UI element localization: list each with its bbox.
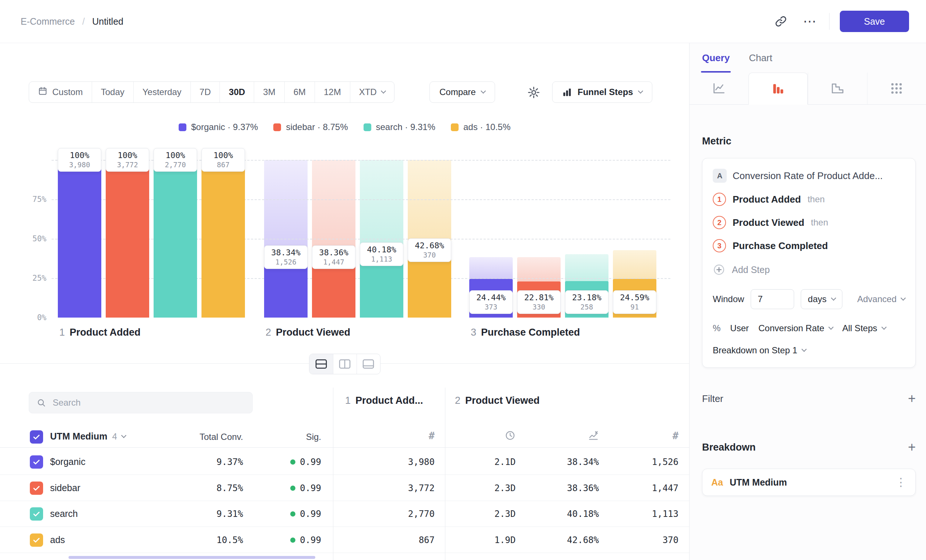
breakdown-step-label: Breakdown on Step 1 bbox=[713, 345, 797, 356]
significance-value: 0.99 bbox=[300, 457, 321, 467]
dots-grid-icon bbox=[890, 82, 903, 95]
bar-value-label: 38.36%1,447 bbox=[312, 245, 356, 269]
query-sidebar: Query Chart Metric A Conversion Rate o bbox=[689, 43, 926, 560]
table-row[interactable]: sidebar8.75%0.993,7722.3D38.36%1,447 bbox=[0, 475, 689, 501]
chevron-down-icon bbox=[801, 347, 806, 352]
window-value-input[interactable] bbox=[750, 289, 794, 309]
percent-icon: % bbox=[713, 323, 720, 333]
add-step-button[interactable]: Add Step bbox=[713, 263, 905, 276]
bar-pct-label: 100% bbox=[154, 150, 197, 160]
metric-title[interactable]: Conversion Rate of Product Adde... bbox=[732, 170, 883, 182]
window-label: Window bbox=[713, 294, 744, 304]
table-row[interactable]: search9.31%0.992,7702.3D40.18%1,113 bbox=[0, 501, 689, 527]
breakdown-heading: Breakdown bbox=[702, 442, 756, 453]
cell-significance: 0.99 bbox=[243, 535, 321, 545]
funnel-step-label: 1Product Added bbox=[59, 327, 141, 338]
chart-type-tab-line[interactable] bbox=[690, 73, 749, 104]
bar-pct-label: 38.36% bbox=[312, 248, 355, 258]
more-menu-button[interactable]: ⋯ bbox=[800, 12, 819, 30]
funnel-bar[interactable] bbox=[106, 160, 149, 318]
row-checkbox[interactable] bbox=[30, 456, 43, 469]
funnel-bar[interactable] bbox=[154, 160, 197, 318]
retention-steps-icon bbox=[831, 82, 844, 95]
chevron-down-icon bbox=[831, 295, 836, 301]
tab-chart[interactable]: Chart bbox=[749, 43, 772, 73]
share-link-button[interactable] bbox=[772, 12, 790, 30]
chart-type-tab-funnel[interactable] bbox=[749, 73, 808, 104]
chevron-down-icon bbox=[881, 325, 886, 330]
bar-pct-label: 24.44% bbox=[470, 292, 512, 303]
breakdown-section: Breakdown + bbox=[702, 440, 916, 454]
property-type-badge: Aa bbox=[711, 477, 723, 488]
row-checkbox[interactable] bbox=[30, 533, 43, 547]
breadcrumb-page-title[interactable]: Untitled bbox=[92, 16, 123, 27]
significance-value: 0.99 bbox=[300, 509, 321, 519]
tab-query[interactable]: Query bbox=[702, 43, 730, 73]
advanced-toggle[interactable]: Advanced bbox=[857, 294, 905, 304]
save-button[interactable]: Save bbox=[840, 11, 909, 32]
metric-step-row[interactable]: 2Product Viewedthen bbox=[713, 216, 905, 229]
filter-section: Filter + bbox=[702, 392, 916, 405]
layout-panel-bottom-button[interactable] bbox=[357, 354, 380, 374]
metric-step-row[interactable]: 3Purchase Completed bbox=[713, 239, 905, 252]
metric-step-row[interactable]: 1Product Addedthen bbox=[713, 193, 905, 206]
topbar-divider bbox=[829, 13, 829, 30]
funnel-remainder-bar bbox=[312, 160, 356, 257]
y-axis-label: 75% bbox=[13, 194, 46, 205]
breakdown-card[interactable]: Aa UTM Medium ⋮ bbox=[702, 469, 916, 496]
measure-type-select[interactable]: Conversion Rate bbox=[758, 323, 833, 333]
significance-dot bbox=[290, 486, 295, 491]
bar-pct-label: 100% bbox=[106, 150, 149, 160]
cell-significance: 0.99 bbox=[243, 457, 321, 467]
funnel-remainder-bar bbox=[613, 250, 657, 278]
topbar: E-Commerce / Untitled ⋯ Save bbox=[0, 0, 926, 43]
funnel-step-label: 3Purchase Completed bbox=[471, 327, 580, 338]
step-number-badge: 2 bbox=[713, 216, 726, 229]
step-name: Product Viewed bbox=[276, 327, 350, 338]
bar-pct-label: 100% bbox=[58, 150, 101, 160]
step-number: 2 bbox=[266, 327, 271, 338]
cell-step2-conversion: 40.18% bbox=[527, 509, 599, 519]
funnel-bars-icon bbox=[771, 82, 785, 96]
chart-type-tab-segmentation[interactable] bbox=[867, 73, 926, 104]
bar-pct-label: 40.18% bbox=[360, 245, 403, 255]
funnel-bar[interactable] bbox=[58, 160, 101, 318]
panel-bottom-icon bbox=[362, 359, 375, 369]
significance-value: 0.99 bbox=[300, 535, 321, 545]
funnel-remainder-bar bbox=[565, 254, 608, 281]
layout-split-horizontal-button[interactable] bbox=[309, 354, 333, 374]
breadcrumb-project[interactable]: E-Commerce bbox=[21, 16, 75, 27]
row-checkbox[interactable] bbox=[30, 481, 43, 495]
layout-split-vertical-button[interactable] bbox=[333, 354, 357, 374]
step-connector-label: then bbox=[811, 217, 828, 228]
y-axis-label: 25% bbox=[13, 272, 46, 284]
measure-user-label[interactable]: User bbox=[730, 323, 749, 333]
kebab-menu-icon[interactable]: ⋮ bbox=[896, 477, 906, 488]
bar-value-label: 22.81%330 bbox=[517, 290, 561, 314]
chart-type-tab-retention[interactable] bbox=[808, 73, 867, 104]
window-unit-select[interactable]: days bbox=[801, 289, 843, 309]
metric-heading: Metric bbox=[702, 136, 916, 147]
add-breakdown-button[interactable]: + bbox=[908, 440, 916, 454]
measure-type-label: Conversion Rate bbox=[758, 323, 824, 333]
step-event-label: Product Viewed bbox=[732, 217, 805, 229]
cell-step2-count: 1,447 bbox=[611, 483, 678, 493]
split-horizontal-icon bbox=[315, 359, 327, 369]
cell-step2-count: 1,113 bbox=[611, 509, 678, 519]
chevron-down-icon bbox=[828, 325, 834, 330]
cell-total-conversion: 8.75% bbox=[147, 483, 243, 493]
table-row[interactable]: ads10.5%0.998671.9D42.68%370 bbox=[0, 527, 689, 553]
chart-type-tabs bbox=[690, 73, 926, 104]
horizontal-scrollbar[interactable] bbox=[68, 556, 315, 559]
bar-pct-label: 24.59% bbox=[613, 292, 656, 303]
topbar-actions: ⋯ Save bbox=[772, 11, 909, 32]
funnel-bar[interactable] bbox=[201, 160, 245, 318]
table-column-divider bbox=[445, 387, 445, 560]
measure-scope-select[interactable]: All Steps bbox=[843, 323, 886, 333]
row-checkbox[interactable] bbox=[30, 507, 43, 521]
cell-step2-time: 2.3D bbox=[453, 483, 516, 493]
cell-step1-count: 3,980 bbox=[339, 457, 435, 467]
add-filter-button[interactable]: + bbox=[908, 392, 916, 405]
breakdown-step-select[interactable]: Breakdown on Step 1 bbox=[713, 345, 905, 356]
table-row[interactable]: $organic9.37%0.993,9802.1D38.34%1,526 bbox=[0, 449, 689, 475]
